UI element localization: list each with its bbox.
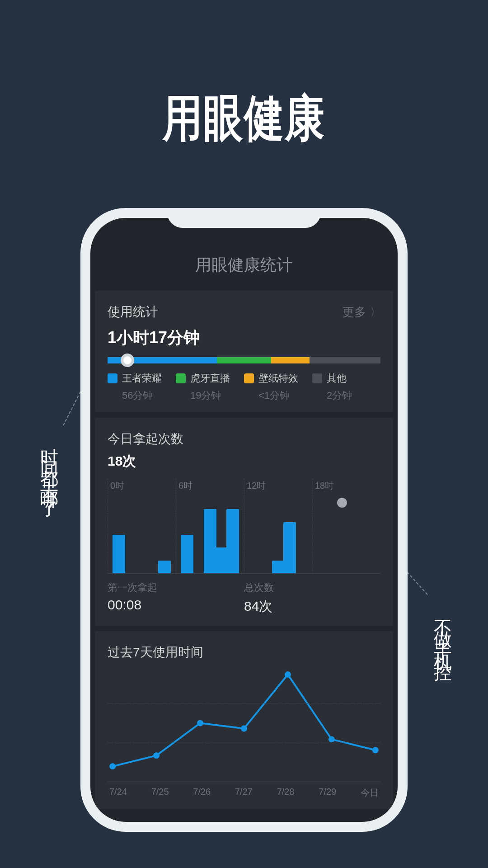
legend-value: 56分钟 <box>122 389 176 402</box>
chart-pointer-dot-icon <box>337 498 347 508</box>
pickup-bar <box>215 547 228 573</box>
legend-value: 2分钟 <box>327 389 380 402</box>
usage-card-title: 使用统计 <box>108 303 158 321</box>
legend-name: 王者荣耀 <box>122 372 162 385</box>
usage-progress[interactable] <box>108 357 380 363</box>
pickups-card: 今日拿起次数 18次 0时6时12时18时 第一次拿起 00:08 总次数 84… <box>95 418 393 626</box>
chevron-right-icon: 〉 <box>371 304 378 320</box>
line-chart-svg <box>108 665 380 782</box>
legend-item: 王者荣耀56分钟 <box>108 372 176 402</box>
legend-value: 19分钟 <box>190 389 244 402</box>
pickup-bar <box>113 535 125 573</box>
callout-left: 时间都去哪了 <box>37 434 62 499</box>
total-count-value: 84次 <box>244 597 380 616</box>
phone-notch <box>167 208 321 228</box>
bar-grid-line <box>176 479 176 573</box>
line-axis-label: 今日 <box>361 787 379 799</box>
pickups-total: 18次 <box>108 452 380 471</box>
svg-point-1 <box>153 752 160 759</box>
usage-legend: 王者荣耀56分钟虎牙直播19分钟壁纸特效<1分钟其他2分钟 <box>108 372 380 402</box>
line-axis-label: 7/24 <box>109 787 127 799</box>
last7-card-title: 过去7天使用时间 <box>108 644 380 661</box>
usage-card: 使用统计 更多 〉 1小时17分钟 王者荣耀56分钟虎牙直播19分钟壁纸特效<1… <box>95 291 393 412</box>
usage-total: 1小时17分钟 <box>108 327 380 349</box>
pickup-bar <box>283 522 296 573</box>
first-pickup-label: 第一次拿起 <box>108 581 244 594</box>
last7-x-axis: 7/247/257/267/277/287/29今日 <box>108 787 380 799</box>
more-label: 更多 <box>343 304 366 320</box>
legend-swatch-icon <box>244 373 254 383</box>
bar-grid-line <box>108 479 108 573</box>
pickup-bar <box>204 509 216 573</box>
bar-grid-label: 0时 <box>110 480 124 492</box>
app-header-title: 用眼健康统计 <box>90 249 398 291</box>
legend-item: 壁纸特效<1分钟 <box>244 372 312 402</box>
usage-segment <box>271 357 310 363</box>
svg-point-3 <box>241 725 247 731</box>
bar-grid-label: 18时 <box>315 480 334 492</box>
line-axis-label: 7/27 <box>235 787 253 799</box>
line-axis-label: 7/26 <box>193 787 211 799</box>
line-axis-label: 7/28 <box>277 787 295 799</box>
bar-grid-label: 12时 <box>247 480 266 492</box>
first-pickup-value: 00:08 <box>108 597 244 613</box>
more-button[interactable]: 更多 〉 <box>343 304 380 320</box>
line-axis-label: 7/29 <box>319 787 336 799</box>
svg-point-4 <box>285 671 291 678</box>
legend-swatch-icon <box>176 373 186 383</box>
phone-screen: 用眼健康统计 使用统计 更多 〉 1小时17分钟 王者荣耀56分钟虎牙直播19分… <box>90 218 398 822</box>
pickup-bar <box>272 561 285 573</box>
legend-swatch-icon <box>312 373 322 383</box>
callout-right: 不做手机控 <box>431 606 455 660</box>
usage-segment <box>310 357 380 363</box>
last7-card: 过去7天使用时间 7/247/257/267/277/287/29今日 <box>95 631 393 809</box>
pickups-bar-chart: 0时6时12时18时 <box>108 479 380 574</box>
svg-point-6 <box>372 747 379 753</box>
bar-grid-label: 6时 <box>178 480 192 492</box>
legend-name: 虎牙直播 <box>190 372 230 385</box>
slider-thumb-icon[interactable] <box>121 354 134 367</box>
pickups-card-title: 今日拿起次数 <box>108 430 380 448</box>
svg-point-0 <box>109 763 116 769</box>
pickup-bar <box>181 535 193 573</box>
phone-frame: 用眼健康统计 使用统计 更多 〉 1小时17分钟 王者荣耀56分钟虎牙直播19分… <box>80 208 408 832</box>
legend-name: 壁纸特效 <box>258 372 298 385</box>
legend-value: <1分钟 <box>258 389 312 402</box>
total-count-label: 总次数 <box>244 581 380 594</box>
legend-item: 虎牙直播19分钟 <box>176 372 244 402</box>
hero-title: 用眼健康 <box>0 0 488 152</box>
pickup-bar <box>226 509 239 573</box>
legend-item: 其他2分钟 <box>312 372 380 402</box>
bar-grid-line <box>312 479 313 573</box>
svg-point-2 <box>197 720 203 726</box>
legend-swatch-icon <box>108 373 117 383</box>
legend-name: 其他 <box>327 372 347 385</box>
pickup-bar <box>158 561 171 573</box>
last7-line-chart <box>108 665 380 782</box>
bar-grid-line <box>244 479 244 573</box>
usage-segment <box>217 357 272 363</box>
line-axis-label: 7/25 <box>151 787 169 799</box>
